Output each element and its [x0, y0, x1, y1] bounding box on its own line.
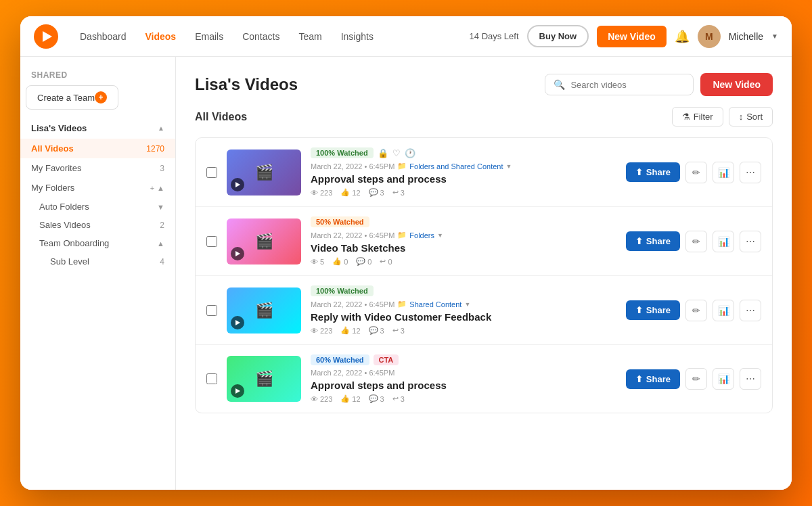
user-name: Michelle	[729, 31, 763, 42]
play-button-4[interactable]	[231, 384, 244, 398]
video-list: 🎬 100% Watched 🔒 ♡ 🕐 March 22, 2022 •	[195, 137, 773, 413]
nav-right: 14 Days Left Buy Now New Video 🔔 M Miche…	[470, 25, 778, 48]
folder-chevron-1: ▼	[506, 163, 512, 170]
days-left-label: 14 Days Left	[470, 31, 519, 41]
nav-dashboard[interactable]: Dashboard	[72, 27, 135, 46]
replies-stat-2: ↩ 0	[380, 257, 392, 266]
clock-icon[interactable]: 🕐	[405, 148, 415, 158]
my-videos-group[interactable]: Lisa's Videos ▲	[20, 118, 175, 139]
my-folders-label: My Folders	[31, 183, 74, 193]
video-thumbnail-4[interactable]: 🎬	[227, 356, 301, 402]
play-button-2[interactable]	[231, 247, 244, 260]
more-button-2[interactable]: ⋯	[740, 231, 761, 252]
video-title-4: Approval steps and process	[311, 380, 616, 391]
user-menu-chevron-icon[interactable]: ▼	[771, 32, 778, 40]
all-videos-count: 1270	[146, 144, 164, 154]
search-box[interactable]: 🔍	[545, 74, 694, 95]
add-folder-icon[interactable]: +	[150, 184, 154, 192]
sidebar-item-all-videos[interactable]: All Videos 1270	[20, 139, 175, 158]
my-videos-label: Lisa's Videos	[31, 123, 87, 133]
share-button-4[interactable]: ⬆ Share	[626, 369, 680, 389]
buy-now-button[interactable]: Buy Now	[527, 25, 589, 47]
edit-button-1[interactable]: ✏	[685, 162, 707, 183]
video-meta-3: March 22, 2022 • 6:45PM 📁 Shared Content…	[311, 300, 616, 308]
nav-emails[interactable]: Emails	[187, 27, 231, 46]
play-button-3[interactable]	[231, 316, 244, 329]
video-date-3: March 22, 2022 • 6:45PM	[311, 300, 394, 308]
new-video-nav-button[interactable]: New Video	[597, 26, 667, 47]
chevron-up-icon: ▲	[158, 124, 164, 132]
logo-icon	[43, 31, 52, 42]
video-thumbnail-3[interactable]: 🎬	[227, 288, 301, 334]
sidebar-item-my-favorites[interactable]: My Favorites 3	[20, 158, 175, 178]
video-meta-4: March 22, 2022 • 6:45PM	[311, 369, 616, 377]
avatar[interactable]: M	[698, 25, 721, 48]
video-thumbnail-1[interactable]: 🎬	[227, 150, 301, 196]
folder-link-3[interactable]: Shared Content	[409, 300, 461, 308]
nav-team[interactable]: Team	[290, 27, 330, 46]
search-input[interactable]	[570, 80, 685, 90]
folder-link-2[interactable]: Folders	[409, 231, 434, 239]
nav-insights[interactable]: Insights	[333, 27, 382, 46]
stats-button-4[interactable]: 📊	[713, 368, 734, 390]
team-onboarding-label: Team Onboarding	[39, 238, 109, 248]
logo[interactable]	[34, 24, 58, 49]
play-button-1[interactable]	[231, 178, 244, 191]
video-checkbox-1[interactable]	[206, 167, 217, 178]
share-icon-3: ⬆	[635, 305, 643, 315]
video-thumbnail-2[interactable]: 🎬	[227, 218, 301, 264]
all-videos-label: All Videos	[31, 143, 74, 154]
create-team-label: Create a Team	[37, 93, 95, 103]
views-stat-2: 👁 5	[311, 258, 324, 266]
video-date-4: March 22, 2022 • 6:45PM	[311, 369, 394, 377]
table-row: 🎬 100% Watched 🔒 ♡ 🕐 March 22, 2022 •	[196, 138, 772, 207]
likes-stat-2: 👍 0	[332, 257, 348, 266]
heart-icon[interactable]: ♡	[392, 148, 401, 158]
stats-button-1[interactable]: 📊	[713, 162, 734, 183]
folder-link-1[interactable]: Folders and Shared Content	[409, 162, 503, 170]
filter-button[interactable]: ⚗ Filter	[672, 107, 723, 127]
sort-button[interactable]: ↕ Sort	[729, 107, 773, 127]
sub-level-count: 4	[160, 257, 164, 267]
sidebar-item-sales-videos[interactable]: Sales Videos 2	[20, 216, 175, 234]
video-actions-2: ⬆ Share ✏ 📊 ⋯	[626, 231, 761, 252]
stats-button-2[interactable]: 📊	[713, 231, 734, 252]
share-button-3[interactable]: ⬆ Share	[626, 300, 680, 320]
edit-button-3[interactable]: ✏	[685, 300, 707, 321]
plus-icon: +	[95, 91, 107, 104]
stats-button-3[interactable]: 📊	[713, 300, 734, 321]
more-button-4[interactable]: ⋯	[740, 368, 761, 390]
video-checkbox-3[interactable]	[206, 305, 217, 316]
more-button-3[interactable]: ⋯	[740, 300, 761, 321]
folder-chevron-3: ▼	[464, 301, 470, 308]
nav-videos[interactable]: Videos	[137, 27, 185, 46]
share-button-2[interactable]: ⬆ Share	[626, 231, 680, 251]
video-checkbox-4[interactable]	[206, 373, 217, 384]
video-checkbox-2[interactable]	[206, 236, 217, 247]
more-button-1[interactable]: ⋯	[740, 162, 761, 183]
sidebar-item-sub-level[interactable]: Sub Level 4	[20, 252, 175, 271]
watched-badge-4: 60% Watched	[311, 354, 369, 365]
top-nav: Dashboard Videos Emails Contacts Team In…	[20, 16, 792, 57]
edit-button-4[interactable]: ✏	[685, 368, 707, 390]
my-folders-header[interactable]: My Folders + ▲	[20, 178, 175, 198]
sidebar-item-team-onboarding[interactable]: Team Onboarding ▲	[20, 234, 175, 252]
bell-icon[interactable]: 🔔	[675, 29, 690, 44]
video-actions-4: ⬆ Share ✏ 📊 ⋯	[626, 368, 761, 390]
nav-contacts[interactable]: Contacts	[234, 27, 288, 46]
new-video-button[interactable]: New Video	[700, 73, 773, 96]
video-date-2: March 22, 2022 • 6:45PM	[311, 231, 394, 239]
video-stats-1: 👁 223 👍 12 💬 3 ↩ 3	[311, 188, 616, 197]
edit-button-2[interactable]: ✏	[685, 231, 707, 252]
chevron-up-folders-icon[interactable]: ▲	[157, 184, 164, 192]
create-team-button[interactable]: Create a Team +	[26, 85, 118, 110]
watched-badge-2: 50% Watched	[311, 216, 369, 227]
video-title-1: Approval steps and process	[311, 173, 616, 185]
table-row: 🎬 100% Watched March 22, 2022 • 6:45PM 📁…	[196, 276, 772, 345]
content-header: Lisa's Videos 🔍 New Video	[195, 73, 773, 96]
my-favorites-count: 3	[160, 164, 164, 173]
section-actions: ⚗ Filter ↕ Sort	[672, 107, 773, 127]
share-button-1[interactable]: ⬆ Share	[626, 162, 680, 182]
sidebar-item-auto-folders[interactable]: Auto Folders ▼	[20, 198, 175, 216]
lock-icon[interactable]: 🔒	[378, 148, 388, 158]
